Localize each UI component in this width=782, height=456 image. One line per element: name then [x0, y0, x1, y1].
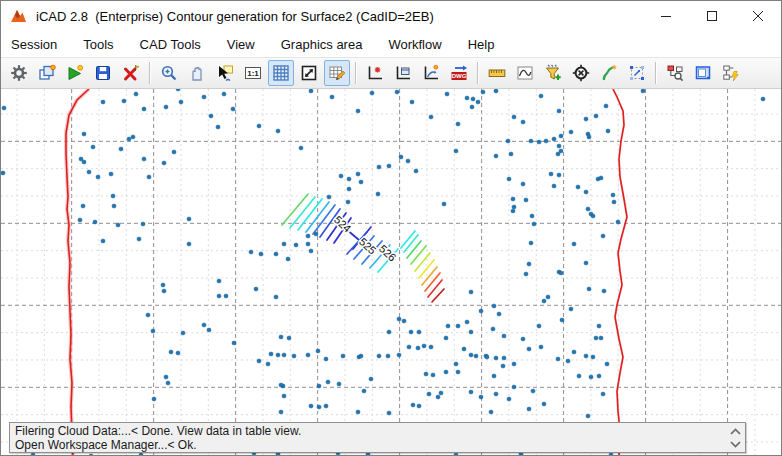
workflow-inspect-button[interactable] — [662, 60, 688, 86]
duplicate-session-button[interactable] — [34, 60, 60, 86]
run-button[interactable] — [62, 60, 88, 86]
status-line-2: Open Workspace Manager...< Ok. — [15, 438, 723, 452]
svg-text:1:1: 1:1 — [247, 69, 259, 78]
menu-session[interactable]: Session — [4, 34, 64, 55]
pan-hand-button[interactable] — [184, 60, 210, 86]
delete-session-button[interactable] — [118, 60, 144, 86]
toolbar-separator — [655, 62, 657, 84]
status-scrollbar[interactable] — [727, 424, 744, 451]
menu-help[interactable]: Help — [461, 34, 502, 55]
menu-workflow[interactable]: Workflow — [381, 34, 448, 55]
graphics-area[interactable]: 524525526 Filering Cloud Data:...< Done.… — [1, 89, 781, 456]
export-dwg-button[interactable]: DWG — [446, 60, 472, 86]
toolbar-separator — [355, 62, 357, 84]
status-panel: Filering Cloud Data:...< Done. View data… — [9, 422, 746, 453]
title-bar: iCAD 2.8 (Enterprise) Contour generation… — [1, 1, 781, 31]
scroll-down-button[interactable] — [729, 439, 743, 449]
window-title: iCAD 2.8 (Enterprise) Contour generation… — [36, 9, 434, 24]
menu-cad-tools[interactable]: CAD Tools — [133, 34, 208, 55]
menu-graphics-area[interactable]: Graphics area — [274, 34, 370, 55]
transform-points-button[interactable] — [624, 60, 650, 86]
save-button[interactable] — [90, 60, 116, 86]
workflow-schedule-button[interactable] — [718, 60, 744, 86]
toolbar-separator — [149, 62, 151, 84]
scroll-up-button[interactable] — [729, 426, 743, 436]
filter-points-button[interactable] — [540, 60, 566, 86]
actual-size-1-1-button[interactable]: 1:1 — [240, 60, 266, 86]
settings-button[interactable] — [6, 60, 32, 86]
menu-bar: Session Tools CAD Tools View Graphics ar… — [1, 31, 781, 57]
zoom-in-button[interactable] — [156, 60, 182, 86]
toolbar: 1:1 DWG — [1, 57, 781, 89]
svg-text:526: 526 — [377, 242, 399, 263]
fit-to-window-button[interactable] — [296, 60, 322, 86]
workspace-window-button[interactable] — [690, 60, 716, 86]
graphics-canvas[interactable]: 524525526 — [1, 89, 782, 456]
spline-curve-button[interactable] — [512, 60, 538, 86]
new-plot-button[interactable] — [362, 60, 388, 86]
snap-target-button[interactable] — [568, 60, 594, 86]
grid-toggle-button[interactable] — [268, 60, 294, 86]
maximize-button[interactable] — [689, 1, 735, 31]
status-line-1: Filering Cloud Data:...< Done. View data… — [15, 424, 723, 438]
window-controls — [643, 1, 781, 31]
smooth-wand-button[interactable] — [596, 60, 622, 86]
select-annotate-button[interactable] — [212, 60, 238, 86]
menu-view[interactable]: View — [220, 34, 262, 55]
app-window: iCAD 2.8 (Enterprise) Contour generation… — [0, 0, 782, 456]
plot-wizard-button[interactable] — [418, 60, 444, 86]
toolbar-separator — [477, 62, 479, 84]
edit-table-button[interactable] — [324, 60, 350, 86]
minimize-button[interactable] — [643, 1, 689, 31]
menu-tools[interactable]: Tools — [76, 34, 120, 55]
measure-ruler-button[interactable] — [484, 60, 510, 86]
plot-properties-button[interactable] — [390, 60, 416, 86]
app-icon — [10, 8, 27, 24]
close-button[interactable] — [735, 1, 781, 31]
svg-text:DWG: DWG — [452, 73, 467, 79]
